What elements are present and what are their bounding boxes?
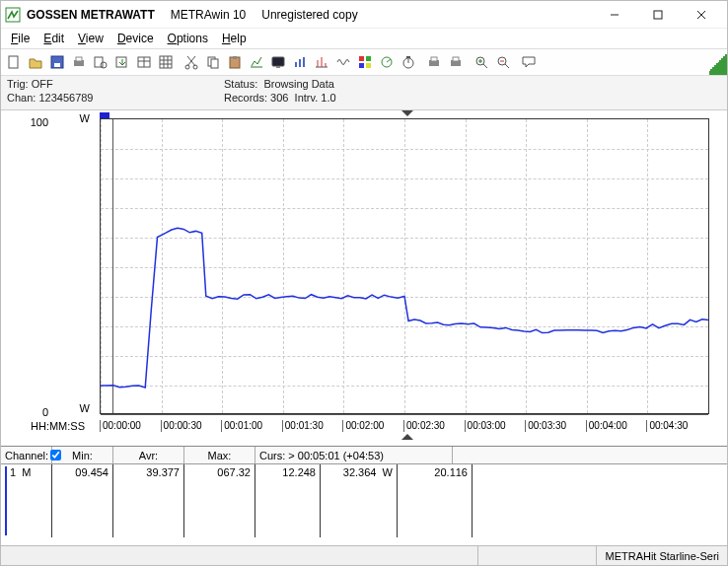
svg-rect-34 bbox=[359, 63, 364, 68]
svg-rect-5 bbox=[9, 56, 18, 68]
x-tick: 00:04:00 bbox=[586, 420, 627, 432]
status-label: Status: bbox=[224, 78, 257, 90]
printer2-icon[interactable] bbox=[445, 51, 467, 73]
chart-area[interactable]: 100 0 W W HH:MM:SS 00:00:0000:00:3000:01… bbox=[1, 110, 727, 446]
header-curs[interactable]: Curs: > 00:05:01 (+04:53) bbox=[255, 447, 453, 463]
cell-avr: 39.377 bbox=[113, 464, 184, 537]
table-row[interactable]: 1 M 09.454 39.377 067.32 12.248 32.364 W… bbox=[1, 464, 727, 537]
color-icon[interactable] bbox=[354, 51, 376, 73]
chan-label: Chan: bbox=[7, 92, 36, 104]
intrv-value: 1.0 bbox=[321, 92, 335, 104]
svg-line-48 bbox=[505, 64, 509, 68]
svg-rect-28 bbox=[276, 66, 280, 68]
plot-canvas[interactable] bbox=[100, 118, 709, 414]
header-min[interactable]: Min: bbox=[52, 447, 113, 463]
series-line bbox=[101, 119, 708, 415]
paste-icon[interactable] bbox=[224, 51, 246, 73]
menu-edit[interactable]: Edit bbox=[37, 31, 70, 46]
header-max[interactable]: Max: bbox=[184, 447, 255, 463]
grid-icon[interactable] bbox=[155, 51, 177, 73]
wave-icon[interactable] bbox=[332, 51, 354, 73]
timer-icon[interactable] bbox=[398, 51, 419, 73]
svg-line-44 bbox=[483, 64, 487, 68]
data-table-header: Channel: Min: Avr: Max: Curs: > 00:05:01… bbox=[1, 447, 727, 464]
open-icon[interactable] bbox=[25, 51, 46, 73]
toolbar-resize-grip bbox=[709, 49, 727, 75]
svg-rect-31 bbox=[303, 57, 305, 67]
app-icon bbox=[5, 7, 21, 23]
cursor-marker-top bbox=[401, 110, 413, 116]
x-tick: 00:01:30 bbox=[282, 420, 324, 432]
svg-rect-26 bbox=[233, 56, 237, 59]
x-tick: 00:02:00 bbox=[342, 420, 384, 432]
x-axis-label: HH:MM:SS bbox=[31, 420, 85, 432]
menu-view[interactable]: View bbox=[72, 31, 109, 46]
statusbar: METRAHit Starline-Seri bbox=[1, 545, 727, 565]
cut-icon[interactable] bbox=[181, 51, 202, 73]
display-icon[interactable] bbox=[267, 51, 289, 73]
zoom-out-icon[interactable] bbox=[492, 51, 514, 73]
records-value: 306 bbox=[270, 92, 288, 104]
row-index: 1 bbox=[5, 466, 16, 535]
bars-icon[interactable] bbox=[289, 51, 311, 73]
svg-rect-35 bbox=[366, 63, 371, 68]
intrv-label: Intrv. bbox=[295, 92, 319, 104]
minimize-button[interactable] bbox=[593, 1, 636, 29]
close-button[interactable] bbox=[680, 1, 723, 29]
copy-icon[interactable] bbox=[202, 51, 224, 73]
cell-v3: 20.116 bbox=[398, 464, 473, 537]
menu-help[interactable]: Help bbox=[216, 31, 253, 46]
cell-min: 09.454 bbox=[52, 464, 113, 537]
titlebar: GOSSEN METRAWATT METRAwin 10 Unregistere… bbox=[1, 1, 727, 29]
header-spacer bbox=[453, 447, 727, 463]
svg-rect-2 bbox=[654, 11, 662, 19]
svg-rect-29 bbox=[295, 62, 297, 67]
svg-rect-27 bbox=[272, 57, 284, 66]
x-tick: 00:03:00 bbox=[465, 420, 506, 432]
header-avr[interactable]: Avr: bbox=[113, 447, 184, 463]
menu-file[interactable]: File bbox=[5, 31, 36, 46]
stats-icon[interactable] bbox=[311, 51, 332, 73]
cell-v1: 12.248 bbox=[255, 464, 321, 537]
svg-rect-42 bbox=[453, 57, 459, 61]
svg-rect-33 bbox=[366, 56, 371, 61]
menu-device[interactable]: Device bbox=[111, 31, 160, 46]
svg-rect-10 bbox=[95, 57, 103, 67]
trig-label: Trig: bbox=[7, 78, 29, 90]
row-marker: M bbox=[22, 466, 31, 535]
maximize-button[interactable] bbox=[636, 1, 680, 29]
preview-icon[interactable] bbox=[90, 51, 111, 73]
table-icon[interactable] bbox=[133, 51, 155, 73]
y-unit-bot: W bbox=[80, 402, 90, 414]
new-icon[interactable] bbox=[3, 51, 25, 73]
save-icon[interactable] bbox=[46, 51, 68, 73]
data-table: Channel: Min: Avr: Max: Curs: > 00:05:01… bbox=[1, 446, 727, 538]
bubble-icon[interactable] bbox=[518, 51, 540, 73]
records-label: Records: bbox=[224, 92, 267, 104]
chart-icon[interactable] bbox=[246, 51, 267, 73]
chan-value: 123456789 bbox=[38, 92, 93, 104]
svg-rect-32 bbox=[359, 56, 364, 61]
printer-icon[interactable] bbox=[423, 51, 445, 73]
scan-icon[interactable] bbox=[376, 51, 398, 73]
svg-rect-9 bbox=[76, 57, 82, 61]
zoom-in-icon[interactable] bbox=[471, 51, 492, 73]
header-channel[interactable]: Channel: bbox=[1, 447, 52, 463]
x-tick: 00:03:30 bbox=[525, 420, 566, 432]
svg-rect-24 bbox=[211, 59, 218, 68]
y-tick-min: 0 bbox=[42, 406, 48, 418]
x-tick: 00:01:00 bbox=[221, 420, 262, 432]
menu-options[interactable]: Options bbox=[162, 31, 214, 46]
menubar: File Edit View Device Options Help bbox=[1, 29, 727, 48]
cell-v2: 32.364 W bbox=[321, 464, 398, 537]
cursor-marker-bot bbox=[401, 434, 413, 440]
trig-value: OFF bbox=[32, 78, 53, 90]
y-unit-top: W bbox=[80, 112, 90, 124]
status-info: Trig: OFF Chan: 123456789 Status: Browsi… bbox=[1, 76, 727, 110]
svg-rect-30 bbox=[299, 59, 301, 67]
y-tick-max: 100 bbox=[31, 116, 48, 128]
statusbar-device: METRAHit Starline-Seri bbox=[596, 546, 727, 565]
export-icon[interactable] bbox=[111, 51, 133, 73]
statusbar-seg1 bbox=[477, 546, 596, 565]
print-icon[interactable] bbox=[68, 51, 90, 73]
